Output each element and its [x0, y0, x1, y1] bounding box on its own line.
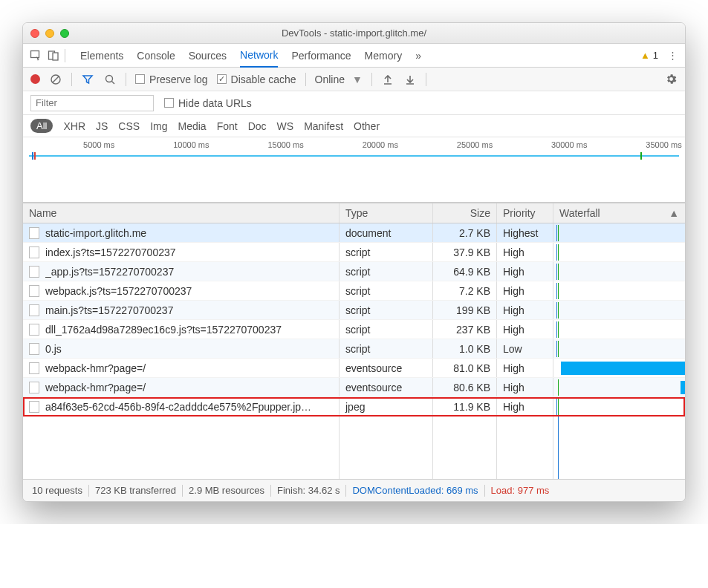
table-row[interactable]: a84f63e5-62cd-456b-89f4-c2adddc4e575%2Fp… [23, 397, 685, 416]
col-name[interactable]: Name [23, 203, 340, 223]
sort-asc-icon: ▲ [669, 207, 679, 219]
hide-data-urls-checkbox[interactable]: Hide data URLs [164, 97, 252, 109]
upload-icon[interactable] [381, 73, 394, 86]
row-type: script [340, 339, 433, 358]
row-size: 81.0 KB [433, 359, 497, 377]
record-button[interactable] [30, 74, 40, 84]
status-bar: 10 requests 723 KB transferred 2.9 MB re… [23, 479, 685, 501]
filter-type-js[interactable]: JS [96, 120, 108, 132]
download-icon[interactable] [403, 73, 417, 86]
row-priority: High [497, 243, 553, 261]
network-toolbar: Preserve log Disable cache Online▼ [23, 68, 685, 91]
warnings-button[interactable]: ▲1 [640, 50, 658, 61]
row-name: _app.js?ts=1572270700237 [45, 266, 174, 278]
table-row[interactable]: _app.js?ts=1572270700237script64.9 KBHig… [23, 262, 685, 281]
row-type: script [340, 301, 433, 319]
gear-icon[interactable] [664, 73, 678, 86]
device-icon[interactable] [47, 49, 60, 62]
file-icon [29, 246, 39, 258]
main-tabs: Elements Console Sources Network Perform… [23, 44, 685, 68]
chevron-down-icon: ▼ [352, 74, 363, 85]
filter-type-doc[interactable]: Doc [248, 120, 267, 132]
filter-icon[interactable] [81, 73, 94, 86]
tab-performance[interactable]: Performance [291, 44, 351, 68]
filter-type-ws[interactable]: WS [277, 120, 294, 132]
table-row[interactable]: dll_1762a4d98a7289ec16c9.js?ts=157227070… [23, 320, 685, 339]
tab-network[interactable]: Network [240, 44, 278, 68]
row-name: static-import.glitch.me [45, 227, 146, 239]
throttling-select[interactable]: Online▼ [315, 74, 363, 85]
row-waterfall [553, 378, 685, 396]
row-waterfall [553, 359, 685, 377]
file-icon [29, 382, 39, 393]
search-icon[interactable] [103, 73, 117, 86]
row-size: 37.9 KB [433, 243, 497, 261]
row-type: eventsource [340, 359, 433, 377]
table-header: Name Type Size Priority Waterfall▲ [23, 203, 685, 223]
row-type: script [340, 262, 433, 281]
file-icon [29, 401, 39, 413]
svg-rect-2 [53, 53, 58, 60]
status-dcl: DOMContentLoaded: 669 ms [352, 485, 478, 496]
tab-sources[interactable]: Sources [189, 44, 227, 68]
table-row[interactable]: webpack-hmr?page=/eventsource81.0 KBHigh [23, 359, 685, 378]
filter-type-all[interactable]: All [30, 119, 53, 133]
row-priority: High [497, 378, 553, 396]
file-icon [29, 285, 39, 297]
col-size[interactable]: Size [433, 203, 497, 223]
tab-elements[interactable]: Elements [80, 44, 123, 68]
filter-type-css[interactable]: CSS [118, 120, 140, 132]
table-row[interactable]: main.js?ts=1572270700237script199 KBHigh [23, 301, 685, 320]
file-icon [29, 227, 39, 239]
table-row[interactable]: static-import.glitch.medocument2.7 KBHig… [23, 223, 685, 243]
row-size: 80.6 KB [433, 378, 497, 396]
status-load: Load: 977 ms [491, 485, 550, 496]
table-row[interactable]: index.js?ts=1572270700237script37.9 KBHi… [23, 243, 685, 262]
timeline-overview[interactable]: 5000 ms 10000 ms 15000 ms 20000 ms 25000… [23, 137, 685, 203]
type-filter-bar: All XHR JS CSS Img Media Font Doc WS Man… [23, 115, 685, 137]
filter-type-xhr[interactable]: XHR [63, 120, 85, 132]
row-priority: High [497, 301, 553, 319]
row-priority: High [497, 281, 553, 300]
filter-type-manifest[interactable]: Manifest [304, 120, 343, 132]
tab-console[interactable]: Console [137, 44, 175, 68]
col-type[interactable]: Type [340, 203, 433, 223]
row-name: main.js?ts=1572270700237 [45, 304, 173, 316]
row-type: script [340, 320, 433, 339]
filter-type-other[interactable]: Other [354, 120, 380, 132]
row-name: index.js?ts=1572270700237 [45, 246, 176, 258]
row-priority: High [497, 320, 553, 339]
devtools-window: DevTools - static-import.glitch.me/ Elem… [22, 22, 686, 502]
row-priority: High [497, 359, 553, 377]
file-icon [29, 304, 39, 316]
more-tabs-icon[interactable]: » [415, 44, 421, 68]
preserve-log-checkbox[interactable]: Preserve log [135, 74, 208, 85]
kebab-icon[interactable]: ⋮ [666, 49, 679, 62]
table-row[interactable]: webpack.js?ts=1572270700237script7.2 KBH… [23, 281, 685, 301]
col-priority[interactable]: Priority [497, 203, 553, 223]
row-size: 237 KB [433, 320, 497, 339]
filter-type-media[interactable]: Media [178, 120, 207, 132]
inspect-icon[interactable] [29, 49, 42, 62]
tab-memory[interactable]: Memory [365, 44, 403, 68]
row-waterfall [553, 397, 685, 416]
disable-cache-checkbox[interactable]: Disable cache [217, 74, 296, 85]
table-row[interactable]: webpack-hmr?page=/eventsource80.6 KBHigh [23, 378, 685, 397]
file-icon [29, 266, 39, 278]
table-row[interactable]: 0.jsscript1.0 KBLow [23, 339, 685, 359]
filter-type-font[interactable]: Font [217, 120, 238, 132]
clear-icon[interactable] [49, 73, 62, 86]
row-waterfall [553, 301, 685, 319]
row-name: dll_1762a4d98a7289ec16c9.js?ts=157227070… [45, 324, 282, 336]
row-priority: Highest [497, 223, 553, 242]
row-name: webpack-hmr?page=/ [45, 362, 146, 374]
titlebar: DevTools - static-import.glitch.me/ [23, 23, 685, 44]
row-name: webpack-hmr?page=/ [45, 382, 146, 393]
file-icon [29, 362, 39, 374]
filter-type-img[interactable]: Img [150, 120, 167, 132]
row-type: document [340, 223, 433, 242]
filter-input[interactable] [30, 95, 154, 111]
row-waterfall [553, 243, 685, 261]
col-waterfall[interactable]: Waterfall▲ [553, 203, 685, 223]
row-size: 11.9 KB [433, 397, 497, 416]
